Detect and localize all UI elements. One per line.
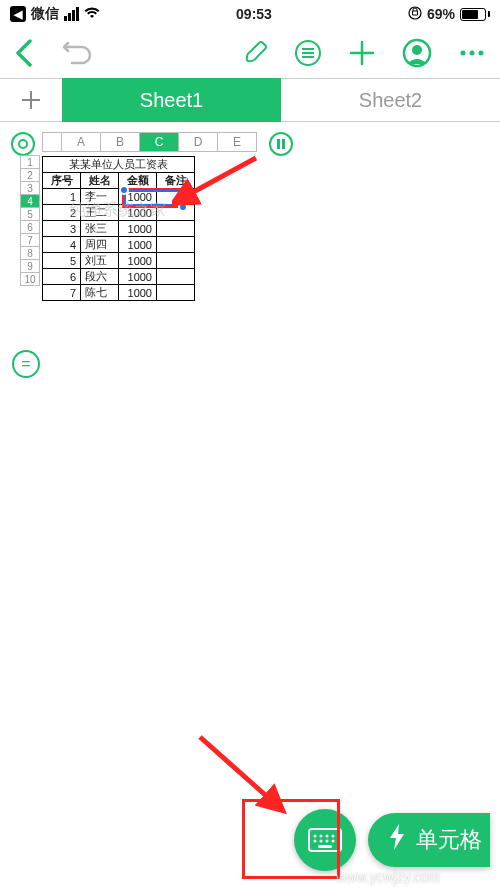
row-header-2[interactable]: 2 bbox=[20, 168, 40, 182]
watermark-url: www.ycwjzy.com bbox=[336, 869, 440, 885]
row-header-1[interactable]: 1 bbox=[20, 155, 40, 169]
back-button[interactable] bbox=[14, 39, 36, 67]
svg-point-16 bbox=[314, 840, 317, 843]
svg-rect-20 bbox=[318, 845, 332, 848]
floating-action-bar: 单元格 bbox=[294, 809, 490, 871]
record-button[interactable] bbox=[11, 132, 35, 156]
clock: 09:53 bbox=[236, 6, 272, 22]
pause-button[interactable] bbox=[269, 132, 293, 156]
svg-point-6 bbox=[479, 51, 484, 56]
undo-button[interactable] bbox=[62, 41, 94, 65]
more-button[interactable] bbox=[458, 48, 486, 58]
list-button[interactable] bbox=[294, 39, 322, 67]
row-header-8[interactable]: 8 bbox=[20, 246, 40, 260]
svg-point-5 bbox=[470, 51, 475, 56]
svg-point-3 bbox=[412, 45, 422, 55]
table-header-row: 序号 姓名 金额 备注 bbox=[43, 173, 195, 189]
row-header-3[interactable]: 3 bbox=[20, 181, 40, 195]
row-header-5[interactable]: 5 bbox=[20, 207, 40, 221]
formula-button[interactable]: = bbox=[12, 350, 40, 378]
table-row[interactable]: 4周四1000 bbox=[43, 237, 195, 253]
wifi-icon bbox=[84, 6, 100, 22]
table-row[interactable]: 3张三1000 bbox=[43, 221, 195, 237]
col-header-a[interactable]: A bbox=[61, 132, 101, 152]
main-toolbar bbox=[0, 28, 500, 78]
profile-button[interactable] bbox=[402, 38, 432, 68]
svg-point-19 bbox=[332, 840, 335, 843]
row-header-6[interactable]: 6 bbox=[20, 220, 40, 234]
table-row[interactable]: 7陈七1000 bbox=[43, 285, 195, 301]
data-table[interactable]: 某某单位人员工资表 序号 姓名 金额 备注 1李一1000 2王二1000 3张… bbox=[42, 156, 195, 301]
status-left: ◀ 微信 bbox=[10, 5, 100, 23]
keyboard-icon bbox=[308, 828, 342, 852]
add-sheet-button[interactable] bbox=[0, 78, 62, 122]
svg-line-21 bbox=[200, 737, 272, 801]
tab-sheet1[interactable]: Sheet1 bbox=[62, 78, 281, 122]
svg-point-15 bbox=[332, 835, 335, 838]
svg-point-0 bbox=[409, 7, 421, 19]
status-bar: ◀ 微信 09:53 69% bbox=[0, 0, 500, 28]
table-title: 某某单位人员工资表 bbox=[43, 157, 195, 173]
svg-point-13 bbox=[320, 835, 323, 838]
col-header-c[interactable]: C bbox=[139, 132, 179, 152]
row-headers: 1 2 3 4 5 6 7 8 9 10 bbox=[20, 156, 40, 286]
svg-point-4 bbox=[461, 51, 466, 56]
battery-icon bbox=[460, 8, 490, 21]
col-header-d[interactable]: D bbox=[178, 132, 218, 152]
cell-button-label: 单元格 bbox=[416, 825, 482, 855]
col-header-b[interactable]: B bbox=[100, 132, 140, 152]
svg-rect-9 bbox=[277, 139, 280, 149]
add-button[interactable] bbox=[348, 39, 376, 67]
battery-pct: 69% bbox=[427, 6, 455, 22]
table-row[interactable]: 6段六1000 bbox=[43, 269, 195, 285]
row-header-7[interactable]: 7 bbox=[20, 233, 40, 247]
column-headers: A B C D E bbox=[42, 132, 257, 152]
back-to-app-icon: ◀ bbox=[10, 6, 26, 22]
row-header-4[interactable]: 4 bbox=[20, 194, 40, 208]
keyboard-button[interactable] bbox=[294, 809, 356, 871]
svg-point-17 bbox=[320, 840, 323, 843]
row-header-9[interactable]: 9 bbox=[20, 259, 40, 273]
col-header-e[interactable]: E bbox=[217, 132, 257, 152]
lightning-icon bbox=[388, 824, 406, 856]
table-row[interactable]: 5刘五1000 bbox=[43, 253, 195, 269]
signal-icon bbox=[64, 7, 79, 21]
annotation-arrow-keyboard bbox=[190, 729, 300, 819]
svg-point-7 bbox=[19, 140, 27, 148]
svg-point-12 bbox=[314, 835, 317, 838]
sheet-tabs: Sheet1 Sheet2 bbox=[0, 78, 500, 122]
watermark-text: 纯净系统之家 bbox=[70, 200, 166, 221]
svg-point-14 bbox=[326, 835, 329, 838]
svg-line-8 bbox=[186, 158, 256, 196]
format-brush-button[interactable] bbox=[242, 40, 268, 66]
row-header-10[interactable]: 10 bbox=[20, 272, 40, 286]
cell-properties-button[interactable]: 单元格 bbox=[368, 813, 490, 867]
svg-rect-10 bbox=[282, 139, 285, 149]
orientation-lock-icon bbox=[408, 6, 422, 23]
carrier-label: 微信 bbox=[31, 5, 59, 23]
svg-point-18 bbox=[326, 840, 329, 843]
status-right: 69% bbox=[408, 6, 490, 23]
tab-sheet2[interactable]: Sheet2 bbox=[281, 78, 500, 122]
